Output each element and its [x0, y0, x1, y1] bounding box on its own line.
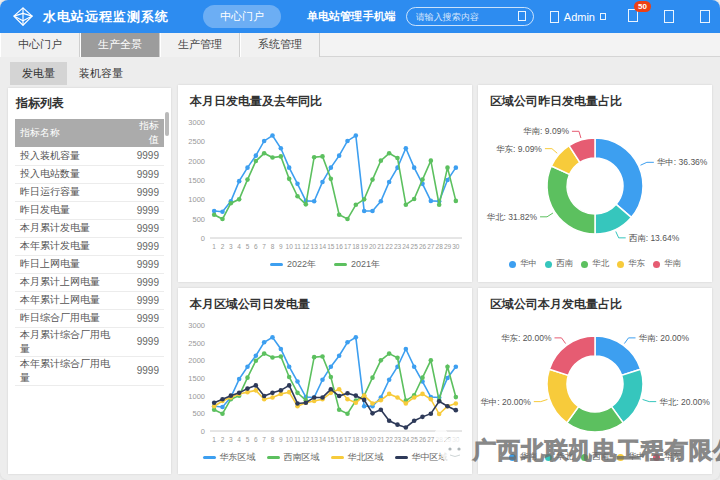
legend-item[interactable]: 西南 — [545, 258, 573, 270]
svg-text:20: 20 — [369, 243, 377, 250]
svg-text:19: 19 — [361, 436, 369, 443]
tab-production-mgmt[interactable]: 生产管理 — [160, 33, 240, 57]
svg-text:18: 18 — [352, 436, 360, 443]
svg-text:30: 30 — [452, 243, 460, 250]
tab-production-overview[interactable]: 生产全景 — [80, 33, 160, 57]
user-menu[interactable]: Admin — [550, 11, 606, 23]
chevron-down-icon — [600, 13, 606, 20]
legend-dot-marker — [509, 454, 516, 461]
svg-text:15: 15 — [327, 436, 335, 443]
legend-dot-marker — [581, 261, 588, 268]
svg-text:华南: 9.09%: 华南: 9.09% — [523, 126, 569, 136]
svg-text:17: 17 — [344, 243, 352, 250]
tab-center-portal[interactable]: 中心门户 — [0, 33, 80, 57]
chart-card-yesterday-share: 区域公司昨日发电量占比 华中: 36.36%西南: 13.64%华北: 31.8… — [478, 85, 712, 282]
legend-item[interactable]: 2022年 — [270, 258, 316, 271]
legend-dot-marker — [509, 261, 516, 268]
subtab-installed-capacity[interactable]: 装机容量 — [67, 62, 135, 85]
main-tab-bar: 中心门户 生产全景 生产管理 系统管理 — [0, 33, 720, 57]
svg-text:3000: 3000 — [188, 321, 205, 330]
legend-label: 华北 — [556, 451, 573, 463]
table-row: 本年累计综合厂用电量9999 — [15, 356, 164, 385]
indicator-value: 9999 — [124, 165, 164, 183]
app-logo-icon — [12, 6, 34, 28]
legend-label: 华中 — [628, 451, 645, 463]
indicator-name: 昨日运行容量 — [15, 183, 124, 201]
svg-text:2000: 2000 — [188, 356, 205, 365]
chart-legend: 华南华北西南华中华东 — [478, 451, 712, 463]
indicator-value: 9999 — [124, 356, 164, 385]
svg-text:29: 29 — [444, 436, 452, 443]
svg-text:28: 28 — [436, 243, 444, 250]
legend-dot-marker — [617, 454, 624, 461]
indicator-panel-title: 指标列表 — [16, 95, 164, 112]
mobile-link[interactable]: 手机端 — [363, 9, 396, 24]
svg-text:2500: 2500 — [188, 137, 205, 146]
notification-badge: 50 — [634, 1, 651, 12]
table-row: 本月累计综合厂用电量9999 — [15, 327, 164, 356]
table-row: 本年累计上网电量9999 — [15, 291, 164, 309]
chart-title: 区域公司本月发电量占比 — [478, 288, 712, 313]
legend-item[interactable]: 华南 — [653, 258, 681, 270]
donut-chart-yesterday-share: 华中: 36.36%西南: 13.64%华北: 31.82%华东: 9.09%华… — [478, 110, 712, 258]
settings-icon[interactable] — [700, 10, 710, 23]
nav-center-portal[interactable]: 中心门户 — [203, 5, 281, 28]
legend-line-marker — [203, 456, 216, 459]
indicator-value: 9999 — [124, 219, 164, 237]
app-title: 水电站远程监测系统 — [43, 8, 169, 26]
chart-card-daily-generation-yoy: 本月日发电量及去年同比 0500100015002000250030001234… — [178, 85, 472, 282]
tab-system-mgmt[interactable]: 系统管理 — [240, 33, 320, 57]
legend-item[interactable]: 华中 — [617, 451, 645, 463]
svg-text:西南: 13.64%: 西南: 13.64% — [629, 233, 680, 243]
svg-text:5: 5 — [246, 243, 250, 250]
legend-label: 华北 — [592, 258, 609, 270]
legend-label: 华东 — [628, 258, 645, 270]
legend-item[interactable]: 华东区域 — [203, 451, 256, 464]
svg-text:23: 23 — [394, 243, 402, 250]
fullscreen-icon[interactable] — [664, 10, 674, 23]
legend-item[interactable]: 华北 — [545, 451, 573, 463]
legend-item[interactable]: 华中区域 — [395, 451, 448, 464]
legend-item[interactable]: 华东 — [617, 258, 645, 270]
svg-text:华东: 9.09%: 华东: 9.09% — [496, 144, 542, 154]
legend-label: 华东区域 — [220, 451, 256, 464]
legend-item[interactable]: 西南 — [581, 451, 609, 463]
svg-text:11: 11 — [294, 436, 301, 443]
notifications-button[interactable]: 50 — [628, 8, 638, 26]
legend-item[interactable]: 华北 — [581, 258, 609, 270]
legend-item[interactable]: 华南 — [509, 451, 537, 463]
legend-item[interactable]: 华东 — [653, 451, 681, 463]
indicator-value: 9999 — [124, 183, 164, 201]
subtab-generation[interactable]: 发电量 — [10, 62, 67, 85]
svg-text:500: 500 — [192, 409, 205, 418]
svg-text:16: 16 — [336, 243, 344, 250]
svg-text:28: 28 — [436, 436, 444, 443]
legend-item[interactable]: 华北区域 — [331, 451, 384, 464]
table-row: 昨日上网电量9999 — [15, 255, 164, 273]
indicator-value: 9999 — [124, 291, 164, 309]
svg-text:7: 7 — [262, 243, 266, 250]
table-scrollbar[interactable] — [165, 112, 169, 136]
indicator-value: 9999 — [124, 237, 164, 255]
search-input[interactable] — [416, 12, 513, 22]
svg-text:4: 4 — [237, 243, 241, 250]
nav-single-station[interactable]: 单电站管理 — [307, 9, 362, 24]
legend-label: 西南 — [592, 451, 609, 463]
indicator-panel: 指标列表 指标名称 指标值 投入装机容量9999投入电站数量9999昨日运行容量… — [8, 88, 171, 474]
svg-text:20: 20 — [369, 436, 377, 443]
search-box[interactable] — [406, 7, 534, 26]
svg-text:14: 14 — [319, 243, 327, 250]
svg-text:21: 21 — [377, 436, 385, 443]
legend-item[interactable]: 西南区域 — [267, 451, 320, 464]
legend-item[interactable]: 华中 — [509, 258, 537, 270]
legend-item[interactable]: 2021年 — [334, 258, 380, 271]
svg-text:16: 16 — [336, 436, 344, 443]
indicator-name: 昨日综合厂用电量 — [15, 309, 124, 327]
search-icon[interactable] — [518, 11, 526, 21]
svg-text:华东: 20.00%: 华东: 20.00% — [501, 333, 552, 343]
app-window: 水电站远程监测系统 中心门户 单电站管理 手机端 Admin 50 中心门户 生… — [0, 0, 720, 480]
chart-title: 区域公司昨日发电量占比 — [478, 85, 712, 110]
svg-text:12: 12 — [302, 436, 310, 443]
svg-text:26: 26 — [419, 436, 427, 443]
table-row: 本年累计发电量9999 — [15, 237, 164, 255]
